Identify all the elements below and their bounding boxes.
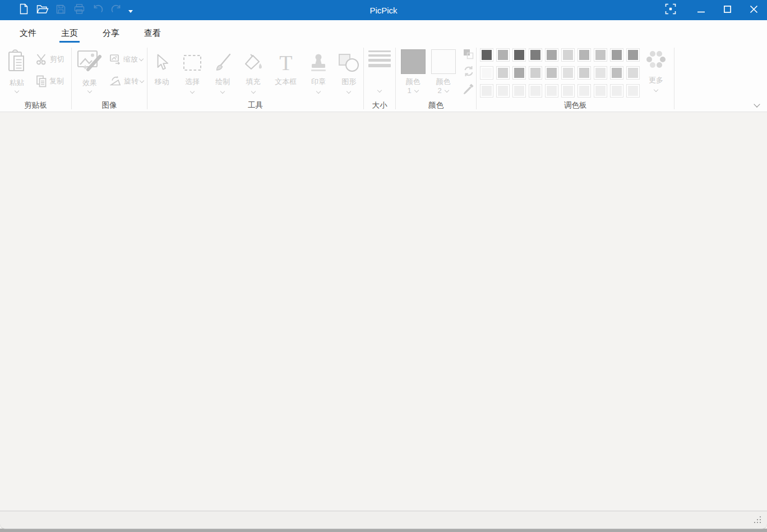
color1-swatch	[401, 49, 426, 74]
palette-swatch[interactable]	[577, 48, 591, 62]
palette-swatch[interactable]	[529, 48, 542, 62]
shapes-tool-label: 图形	[341, 77, 356, 87]
caret-down-icon	[128, 5, 133, 15]
palette-swatch[interactable]	[545, 48, 558, 62]
palette-swatch[interactable]	[610, 48, 623, 62]
swap-colors-button[interactable]	[463, 49, 474, 61]
palette-swatch[interactable]	[594, 66, 607, 80]
cut-button[interactable]: 剪切	[34, 49, 67, 69]
save-icon	[56, 4, 66, 16]
resize-icon	[110, 54, 121, 64]
chevron-down-icon	[377, 88, 382, 92]
palette-swatch[interactable]	[561, 48, 575, 62]
copy-button[interactable]: 复制	[34, 71, 67, 91]
more-colors-label: 更多	[649, 75, 663, 85]
palette-swatch[interactable]	[512, 84, 526, 98]
chevron-down-icon	[654, 87, 658, 92]
new-file-icon	[19, 3, 29, 17]
palette-swatch[interactable]	[529, 84, 542, 98]
color2-button[interactable]: 颜色 2	[428, 47, 459, 95]
resize-grip-icon[interactable]	[753, 516, 761, 526]
status-bar	[0, 511, 767, 529]
rotate-button[interactable]: 旋转	[108, 71, 146, 91]
shapes-tool-button[interactable]: 图形	[335, 47, 363, 93]
open-folder-icon	[36, 4, 49, 16]
tab-share[interactable]: 分享	[96, 22, 126, 45]
palette-swatch[interactable]	[496, 48, 510, 62]
open-file-button[interactable]	[33, 0, 52, 20]
copy-icon	[36, 75, 47, 87]
collapse-ribbon-button[interactable]	[752, 101, 761, 108]
palette-swatch[interactable]	[512, 66, 526, 80]
chevron-down-icon	[251, 89, 255, 94]
line-size-button[interactable]	[364, 47, 395, 92]
fill-icon	[243, 50, 264, 75]
shapes-icon	[338, 50, 359, 75]
stamp-tool-button[interactable]: 印章	[304, 47, 332, 93]
reset-colors-button[interactable]	[463, 67, 474, 78]
palette-swatch[interactable]	[480, 48, 493, 62]
print-button[interactable]	[70, 0, 89, 20]
palette-swatch[interactable]	[610, 84, 623, 98]
chevron-down-icon	[414, 88, 419, 92]
palette-swatch[interactable]	[626, 48, 640, 62]
palette-swatch[interactable]	[512, 48, 526, 62]
palette-swatch[interactable]	[594, 48, 607, 62]
screen-capture-button[interactable]	[657, 0, 683, 20]
textbox-tool-button[interactable]: T 文本框	[269, 47, 302, 87]
editor-canvas[interactable]	[0, 112, 767, 510]
resize-label: 缩放	[123, 54, 138, 64]
group-tools-label: 工具	[147, 99, 363, 112]
eyedropper-button[interactable]	[463, 84, 474, 95]
cut-icon	[36, 54, 48, 65]
quick-access-toolbar	[15, 0, 136, 20]
palette-swatch[interactable]	[610, 66, 623, 80]
palette-swatch[interactable]	[626, 84, 640, 98]
palette-swatch[interactable]	[496, 84, 510, 98]
chevron-down-icon	[316, 89, 321, 94]
palette-swatch[interactable]	[545, 66, 558, 80]
fill-tool-button[interactable]: 填充	[239, 47, 267, 93]
palette-swatch[interactable]	[480, 66, 493, 80]
palette-swatch[interactable]	[577, 84, 591, 98]
tab-file[interactable]: 文件	[13, 22, 43, 45]
group-separator	[674, 48, 674, 109]
tab-home[interactable]: 主页	[54, 22, 85, 45]
minimize-button[interactable]	[688, 0, 714, 20]
palette-swatch[interactable]	[496, 66, 510, 80]
window-title: PicPick	[369, 6, 397, 15]
quick-access-menu-button[interactable]	[126, 0, 136, 20]
move-tool-button[interactable]: 移动	[147, 47, 176, 87]
palette-swatch[interactable]	[626, 66, 640, 80]
draw-tool-button[interactable]: 绘制	[209, 47, 237, 93]
copy-label: 复制	[49, 76, 64, 86]
color1-button[interactable]: 颜色 1	[398, 47, 428, 95]
redo-button[interactable]	[107, 0, 126, 20]
palette-swatch[interactable]	[545, 84, 558, 98]
fill-tool-label: 填充	[246, 77, 261, 87]
chevron-down-icon	[139, 56, 144, 61]
effects-button[interactable]: 效果	[74, 47, 105, 92]
group-image-label: 图像	[72, 99, 147, 112]
color1-label-line1: 颜色	[406, 77, 421, 86]
palette-swatch[interactable]	[577, 66, 591, 80]
palette-swatch[interactable]	[561, 84, 575, 98]
undo-button[interactable]	[89, 0, 107, 20]
group-palette-label: 调色板	[477, 99, 674, 112]
more-colors-button[interactable]: 更多	[643, 47, 669, 98]
draw-icon	[213, 50, 232, 75]
palette-swatch[interactable]	[594, 84, 607, 98]
palette-swatch[interactable]	[529, 66, 542, 80]
palette-swatch[interactable]	[561, 66, 575, 80]
resize-button[interactable]: 缩放	[108, 49, 146, 69]
select-tool-button[interactable]: 选择	[178, 47, 206, 93]
close-button[interactable]	[741, 0, 767, 20]
screen-capture-icon	[665, 3, 676, 17]
maximize-button[interactable]	[714, 0, 741, 20]
cut-label: 剪切	[50, 54, 64, 64]
paste-button[interactable]: 粘贴	[2, 47, 31, 92]
tab-view[interactable]: 查看	[137, 22, 168, 45]
save-button[interactable]	[52, 0, 70, 20]
palette-swatch[interactable]	[480, 84, 493, 98]
new-file-button[interactable]	[15, 0, 33, 20]
